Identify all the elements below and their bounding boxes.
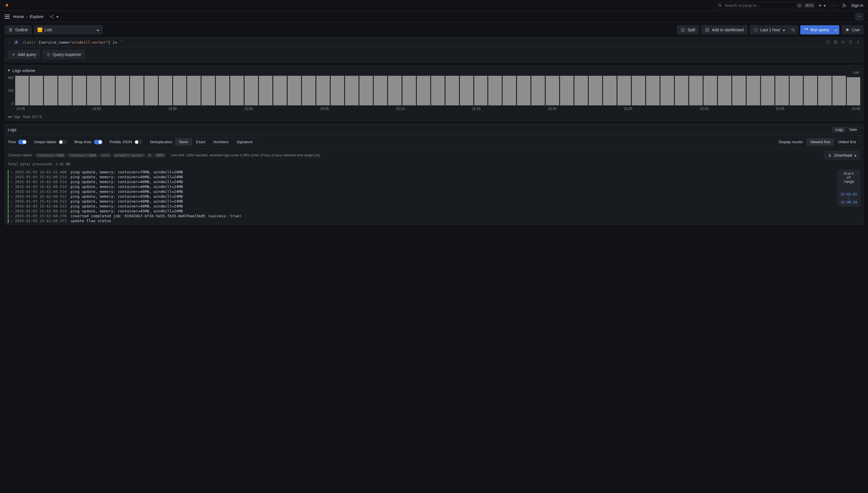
- chart-bar[interactable]: [15, 76, 29, 105]
- chart-bar[interactable]: [245, 76, 258, 105]
- chart-bar[interactable]: [790, 76, 803, 105]
- chart-bar[interactable]: [187, 76, 200, 105]
- log-line[interactable]: ›2025-01-03 15:42:41.468 ping update, me…: [8, 170, 860, 174]
- collapse-topbar-button[interactable]: [855, 13, 863, 21]
- log-line[interactable]: ›2025-01-03 15:42:40.514 ping update, me…: [8, 184, 860, 189]
- chart-bar[interactable]: [159, 76, 172, 105]
- chart-bar[interactable]: [417, 76, 430, 105]
- query-copy-button[interactable]: [833, 40, 838, 44]
- chart-bar[interactable]: [359, 76, 373, 105]
- log-expand-caret[interactable]: ›: [10, 209, 13, 213]
- sort-option[interactable]: Newest first: [807, 138, 834, 146]
- chart-bar[interactable]: [316, 76, 330, 105]
- live-button[interactable]: Live: [842, 25, 863, 35]
- download-button[interactable]: Download: [824, 151, 860, 160]
- chart-bar[interactable]: [617, 76, 631, 105]
- chart-bar[interactable]: [847, 77, 860, 105]
- log-line[interactable]: ›2025-01-03 15:42:40.514 ping update, me…: [8, 189, 860, 194]
- chart-bar[interactable]: [72, 76, 86, 105]
- chart-bar[interactable]: [589, 76, 602, 105]
- run-query-dropdown[interactable]: [832, 25, 839, 35]
- chart-bar[interactable]: [259, 76, 272, 105]
- crumb-home[interactable]: Home: [13, 14, 24, 19]
- chart-bar[interactable]: [345, 76, 359, 105]
- create-new-button[interactable]: [818, 3, 826, 8]
- signin-link[interactable]: Sign in: [851, 3, 863, 8]
- common-label-pill[interactable]: localhost:3000: [67, 153, 99, 157]
- log-expand-caret[interactable]: ›: [10, 175, 13, 179]
- range-end-time[interactable]: 15:40:10: [841, 200, 857, 204]
- chart-bar[interactable]: [460, 76, 473, 105]
- wrap-lines-toggle[interactable]: [94, 140, 103, 144]
- time-range-picker[interactable]: Last 1 hour: [750, 25, 789, 35]
- chart-bar[interactable]: [173, 76, 187, 105]
- chart-bar[interactable]: [87, 76, 101, 105]
- chart-bar[interactable]: [388, 76, 402, 105]
- log-line[interactable]: ›2025-01-03 15:42:40.513 ping update, me…: [8, 194, 860, 199]
- chart-bar[interactable]: [374, 76, 387, 105]
- add-to-dashboard-button[interactable]: Add to dashboard: [701, 25, 747, 35]
- chart-bar[interactable]: [603, 76, 617, 105]
- log-expand-caret[interactable]: ›: [10, 214, 13, 218]
- chart-bar[interactable]: [288, 76, 301, 105]
- run-query-button[interactable]: Run query: [800, 25, 833, 35]
- chart-bar[interactable]: [560, 76, 573, 105]
- chart-bar[interactable]: [660, 76, 674, 105]
- chart-bar[interactable]: [216, 76, 229, 105]
- chart-bar[interactable]: [273, 76, 287, 105]
- chart-bar[interactable]: [44, 76, 58, 105]
- range-start-time[interactable]: 15:42:41: [841, 192, 857, 196]
- chart-bar[interactable]: [703, 76, 717, 105]
- log-line[interactable]: ›2025-01-03 15:42:40.513 ping update, me…: [8, 199, 860, 204]
- unique-labels-toggle[interactable]: [59, 140, 67, 144]
- prettify-json-toggle[interactable]: [134, 140, 143, 144]
- chart-bar[interactable]: [761, 76, 775, 105]
- chart-bar[interactable]: [402, 76, 416, 105]
- chart-bar[interactable]: [144, 76, 158, 105]
- common-label-pill[interactable]: info: [99, 153, 112, 157]
- log-line[interactable]: ›2025-01-03 15:42:40.514 ping update, me…: [8, 174, 860, 179]
- chart-bar[interactable]: [746, 76, 760, 105]
- log-expand-caret[interactable]: ›: [10, 170, 13, 174]
- chart-bar[interactable]: [503, 76, 516, 105]
- chart-bar[interactable]: [445, 76, 459, 105]
- add-query-button[interactable]: Add query: [8, 50, 40, 59]
- sort-option[interactable]: Oldest first: [834, 138, 860, 146]
- chart-bar[interactable]: [58, 76, 72, 105]
- log-expand-caret[interactable]: ›: [10, 185, 13, 189]
- chart-bar[interactable]: [675, 76, 688, 105]
- log-expand-caret[interactable]: ›: [10, 194, 13, 198]
- query-delete-button[interactable]: [848, 40, 853, 44]
- range-indicator[interactable]: Start of range 15:42:41 — 15:40:10: [837, 170, 860, 206]
- share-dropdown[interactable]: [56, 14, 59, 19]
- common-label-pill[interactable]: 9: [146, 153, 153, 157]
- chart-bar[interactable]: [302, 76, 315, 105]
- share-button[interactable]: [49, 14, 54, 19]
- log-expand-caret[interactable]: ›: [10, 204, 13, 208]
- chart-bar[interactable]: [574, 76, 588, 105]
- dedup-option-none[interactable]: None: [175, 138, 192, 146]
- query-help-button[interactable]: ?: [826, 40, 830, 44]
- common-label-pill[interactable]: INFO: [154, 153, 166, 157]
- chart-bar[interactable]: [632, 76, 645, 105]
- logs-volume-chart[interactable]: Loki 4002000 14:4514:5014:5515:0015:0515…: [5, 76, 863, 113]
- chart-bar[interactable]: [818, 76, 831, 105]
- query-inspector-button[interactable]: Query inspector: [43, 50, 85, 59]
- chart-bar[interactable]: [331, 76, 344, 105]
- common-label-pill[interactable]: localhost:3000: [35, 153, 66, 157]
- chart-bar[interactable]: [646, 76, 660, 105]
- tab-logs[interactable]: Logs: [833, 127, 846, 132]
- split-button[interactable]: Split: [677, 25, 699, 35]
- news-button[interactable]: [842, 3, 846, 8]
- dedup-option-numbers[interactable]: Numbers: [210, 138, 233, 146]
- chart-bar[interactable]: [517, 76, 530, 105]
- log-line[interactable]: ›2025-01-03 15:42:40.513 ping update, me…: [8, 209, 860, 214]
- query-text[interactable]: {service_name="windmill-worker"} |= ``: [39, 40, 124, 44]
- log-expand-caret[interactable]: ›: [10, 219, 13, 223]
- query-expand-toggle[interactable]: [8, 41, 10, 44]
- crumb-explore[interactable]: Explore: [30, 14, 43, 19]
- log-expand-caret[interactable]: ›: [10, 199, 13, 203]
- chart-bar[interactable]: [718, 76, 732, 105]
- global-search[interactable]: ⌘+k: [715, 2, 818, 9]
- log-expand-caret[interactable]: ›: [10, 180, 13, 184]
